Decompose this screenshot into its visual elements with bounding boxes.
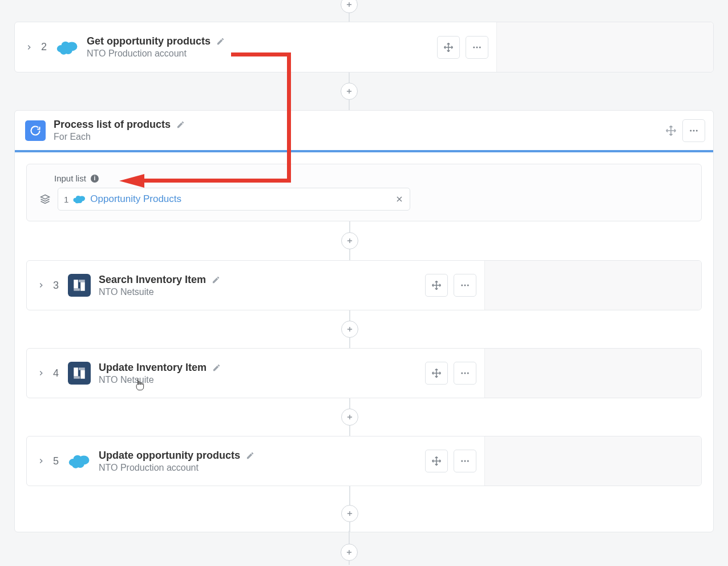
foreach-card: Process list of products For Each Input … (14, 110, 714, 532)
svg-point-9 (693, 130, 695, 131)
add-step-button[interactable] (341, 321, 358, 338)
step-number: 4 (53, 367, 59, 379)
move-button[interactable] (425, 362, 448, 385)
step-subtitle: NTO Production account (99, 463, 254, 473)
svg-point-34 (72, 462, 79, 468)
move-button[interactable] (437, 36, 460, 59)
step-title: Update opportunity products (99, 450, 240, 462)
svg-point-5 (473, 46, 475, 48)
move-button[interactable] (425, 274, 448, 297)
step-number: 5 (53, 455, 59, 467)
chevron-right-icon[interactable] (37, 369, 45, 377)
chevron-right-icon[interactable] (37, 281, 45, 289)
salesforce-icon (56, 36, 79, 59)
svg-point-28 (464, 373, 466, 374)
pill-text: Opportunity Products (90, 193, 390, 205)
move-button[interactable] (425, 450, 448, 472)
foreach-title: Process list of products (54, 119, 171, 131)
output-panel (484, 349, 701, 398)
edit-icon[interactable] (176, 120, 185, 129)
svg-rect-17 (80, 282, 85, 291)
salesforce-icon (73, 195, 86, 204)
add-step-button[interactable] (341, 544, 358, 561)
chevron-right-icon[interactable] (37, 457, 45, 465)
svg-point-20 (461, 285, 463, 286)
step-subtitle: NTO Production account (87, 48, 225, 59)
pill-step-number: 1 (64, 195, 68, 204)
svg-point-10 (696, 130, 698, 131)
svg-point-21 (464, 285, 466, 286)
more-button[interactable] (454, 362, 476, 385)
svg-rect-18 (74, 288, 80, 290)
step-card-2[interactable]: 2 Get opportunity products NTO Productio… (14, 22, 714, 72)
edit-icon[interactable] (212, 363, 221, 372)
step-title: Update Inventory Item (99, 362, 207, 374)
foreach-accent-strip (15, 150, 713, 152)
add-step-button[interactable] (341, 0, 358, 13)
more-button[interactable] (682, 119, 705, 142)
add-step-button[interactable] (341, 232, 358, 249)
step-card-4[interactable]: 4 Update Inventory Item NTO Netsuite (26, 348, 702, 398)
edit-icon[interactable] (212, 276, 220, 284)
move-button[interactable] (660, 119, 682, 142)
netsuite-icon (68, 362, 91, 385)
svg-point-35 (461, 460, 463, 462)
netsuite-icon (68, 274, 91, 297)
output-panel (496, 22, 713, 72)
svg-rect-16 (74, 280, 78, 288)
svg-rect-26 (79, 367, 85, 370)
input-list-pill[interactable]: 1 Opportunity Products (58, 188, 410, 211)
svg-rect-24 (80, 370, 85, 379)
output-panel (484, 436, 701, 486)
add-step-button[interactable] (341, 83, 358, 100)
edit-icon[interactable] (216, 37, 225, 46)
more-button[interactable] (454, 450, 476, 472)
svg-point-29 (467, 373, 469, 374)
svg-point-37 (467, 460, 469, 462)
add-step-button[interactable] (341, 505, 358, 522)
svg-rect-23 (74, 367, 78, 376)
input-list-card: Input list i 1 Opportunity Products (26, 164, 702, 221)
info-icon[interactable]: i (91, 175, 99, 183)
svg-point-4 (60, 48, 67, 54)
svg-point-8 (690, 130, 691, 131)
svg-point-27 (461, 373, 463, 374)
svg-rect-25 (74, 376, 80, 378)
step-card-3[interactable]: 3 Search Inventory Item NTO Netsuite (26, 260, 702, 310)
svg-rect-19 (79, 280, 85, 282)
output-panel (484, 261, 701, 310)
step-title: Search Inventory Item (99, 274, 206, 286)
svg-point-15 (75, 200, 79, 203)
add-step-button[interactable] (341, 409, 358, 426)
chevron-right-icon[interactable] (25, 43, 33, 51)
foreach-subtitle: For Each (54, 132, 185, 142)
step-number: 2 (41, 41, 47, 53)
more-button[interactable] (466, 36, 488, 59)
step-number: 3 (53, 280, 59, 292)
svg-point-6 (476, 46, 478, 48)
more-button[interactable] (454, 274, 476, 297)
svg-point-22 (467, 285, 469, 286)
svg-point-36 (464, 460, 466, 462)
layers-icon (39, 193, 51, 205)
step-subtitle: NTO Netsuite (99, 287, 220, 297)
loop-icon (25, 120, 46, 141)
input-list-label: Input list (54, 173, 86, 183)
edit-icon[interactable] (246, 451, 254, 460)
salesforce-icon (68, 450, 91, 472)
step-title: Get opportunity products (87, 35, 211, 47)
step-card-5[interactable]: 5 Update opportunity products NTO Produc… (26, 436, 702, 486)
svg-point-7 (479, 46, 481, 48)
step-subtitle: NTO Netsuite (99, 375, 221, 385)
clear-icon[interactable] (395, 195, 404, 204)
